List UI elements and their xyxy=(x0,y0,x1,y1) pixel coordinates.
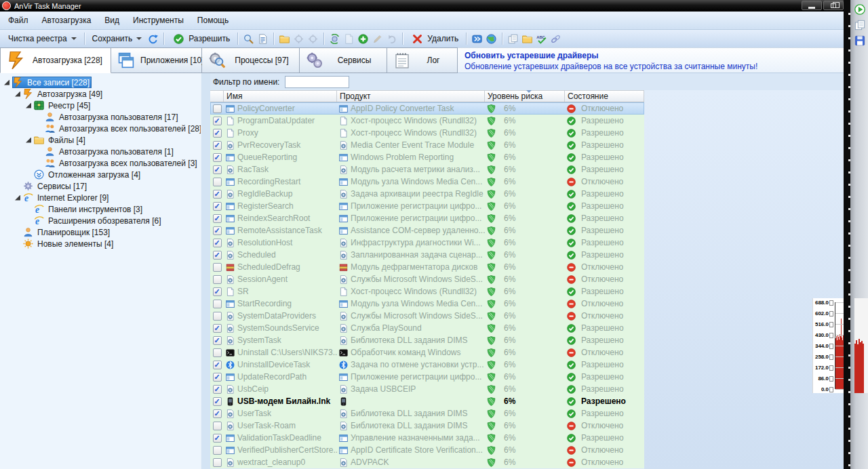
checkbox-checked[interactable]: ✓ xyxy=(213,129,222,138)
header-risk[interactable]: Уровень риска xyxy=(485,91,565,102)
report-icon[interactable] xyxy=(257,33,269,45)
tab-1[interactable]: Приложения [10] xyxy=(111,47,202,73)
tree-item-9[interactable]: Сервисы [17] xyxy=(0,180,201,192)
tree-item-4[interactable]: Автозагрузка всех пользователей [28] xyxy=(0,123,201,134)
checkbox-checked[interactable]: ✓ xyxy=(213,190,222,199)
table-row[interactable]: ✓SRХост-процесс Windows (Rundll32)6%Разр… xyxy=(210,285,644,298)
tree-item-10[interactable]: eInternet Explorer [9] xyxy=(0,192,201,203)
tree-item-6[interactable]: Автозагрузка пользователя [1] xyxy=(0,146,201,157)
table-row[interactable]: VerifiedPublisherCertStore...AppID Certi… xyxy=(210,444,644,456)
checkbox-checked[interactable]: ✓ xyxy=(213,117,222,125)
table-row[interactable]: PolicyConverterAppID Policy Converter Ta… xyxy=(210,102,644,115)
menu-item-0[interactable]: Файл xyxy=(1,13,35,28)
table-row[interactable]: ✓RemoteAssistanceTaskAssistance COM-серв… xyxy=(210,224,644,237)
delete-button[interactable]: Удалить xyxy=(406,32,462,46)
checkbox-checked[interactable]: ✓ xyxy=(213,287,222,296)
tree-item-13[interactable]: Планировщик [153] xyxy=(0,226,201,238)
tree-item-8[interactable]: Отложенная загрузка [4] xyxy=(0,169,201,180)
expander-icon[interactable] xyxy=(26,138,31,143)
table-row[interactable]: ✓ScheduledЗапланированная задача сценар.… xyxy=(210,249,644,261)
table-row[interactable]: ✓RacTaskМодуль расчета метрики анализ...… xyxy=(210,163,644,176)
tree-item-12[interactable]: eРасширения обозревателя [6] xyxy=(0,215,201,226)
header-product[interactable]: Продукт xyxy=(337,91,485,102)
table-row[interactable]: ✓SystemTaskБиблиотека DLL задания DIMS6%… xyxy=(210,334,644,346)
copy-icon[interactable] xyxy=(854,20,865,30)
table-row[interactable]: StartRecordingМодуль узла Windows Media … xyxy=(210,298,644,310)
tree-item-5[interactable]: Файлы [4] xyxy=(0,134,201,146)
checkbox-checked[interactable]: ✓ xyxy=(213,251,222,260)
checkbox-checked[interactable]: ✓ xyxy=(213,373,222,382)
table-row[interactable]: ✓RegisterSearchПриложение регистрации ци… xyxy=(210,200,644,212)
save-button[interactable]: Сохранить xyxy=(88,33,146,45)
table-row[interactable]: ✓PvrRecoveryTaskMedia Center Event Trace… xyxy=(210,139,644,151)
expander-icon[interactable] xyxy=(15,195,20,201)
checkbox-checked[interactable]: ✓ xyxy=(213,409,222,418)
menu-item-2[interactable]: Вид xyxy=(98,13,126,28)
menu-item-4[interactable]: Помощь xyxy=(191,13,235,28)
table-row[interactable]: ✓SystemSoundsServiceСлужба PlaySound6%Ра… xyxy=(210,322,644,334)
checkbox-checked[interactable]: ✓ xyxy=(213,385,222,394)
header-state[interactable]: Состояние xyxy=(565,91,644,102)
forward-icon[interactable] xyxy=(471,33,483,45)
table-row[interactable]: SessionAgentСлужбы Microsoft Windows Sid… xyxy=(210,273,644,285)
tree-item-11[interactable]: eПанели инструментов [3] xyxy=(0,203,201,215)
tab-0[interactable]: Автозагрузка [228] xyxy=(0,47,111,73)
checkbox-unchecked[interactable] xyxy=(213,300,222,308)
table-row[interactable]: ✓ResolutionHostИнфраструктура диагностик… xyxy=(210,237,644,249)
allow-button[interactable]: Разрешить xyxy=(167,32,234,46)
checkbox-unchecked[interactable] xyxy=(213,104,222,113)
checkbox-checked[interactable]: ✓ xyxy=(213,336,222,345)
filter-input[interactable] xyxy=(285,76,349,88)
table-row[interactable]: ✓ProgramDataUpdaterХост-процесс Windows … xyxy=(210,115,644,127)
checkbox-checked[interactable]: ✓ xyxy=(213,226,222,235)
checkbox-checked[interactable]: ✓ xyxy=(213,153,222,162)
checkbox-checked[interactable]: ✓ xyxy=(213,202,222,211)
tab-3[interactable]: Сервисы xyxy=(300,47,387,73)
tab-2[interactable]: Процессы [97] xyxy=(202,47,300,73)
menu-item-3[interactable]: Инструменты xyxy=(126,13,191,28)
expander-icon[interactable] xyxy=(4,80,9,85)
save-icon[interactable] xyxy=(854,35,865,46)
checkbox-unchecked[interactable] xyxy=(213,422,222,430)
checkbox-unchecked[interactable] xyxy=(213,178,222,186)
checkbox-unchecked[interactable] xyxy=(213,348,222,357)
table-row[interactable]: ✓UserTaskБиблиотека DLL задания DIMS6%Ра… xyxy=(210,407,644,420)
open-folder-icon[interactable] xyxy=(279,33,290,45)
minimize-button[interactable] xyxy=(802,1,822,10)
expander-icon[interactable] xyxy=(26,103,31,108)
table-row[interactable]: ✓UpdateRecordPathПриложение регистрации … xyxy=(210,371,644,383)
tree-item-3[interactable]: Автозагрузка пользователя [17] xyxy=(0,111,201,123)
globe-icon[interactable] xyxy=(486,33,497,45)
table-row[interactable]: UserTask-RoamБиблиотека DLL задания DIMS… xyxy=(210,420,644,432)
checkbox-checked[interactable]: ✓ xyxy=(213,214,222,223)
gear-sync-icon[interactable] xyxy=(329,33,340,45)
tree-item-2[interactable]: Реестр [45] xyxy=(0,100,201,111)
checkbox-unchecked[interactable] xyxy=(213,446,222,455)
header-checkbox-column[interactable] xyxy=(210,91,224,102)
maximize-button[interactable] xyxy=(823,1,844,10)
table-row[interactable]: ✓QueueReportingWindows Problem Reporting… xyxy=(210,151,644,163)
copy-pages-icon[interactable] xyxy=(507,33,519,45)
table-row[interactable]: ✓UsbCeipЗадача USBCEIP6%Разрешено xyxy=(210,383,644,395)
panel-splitter[interactable] xyxy=(201,73,210,469)
table-row[interactable]: SystemDataProvidersСлужбы Microsoft Wind… xyxy=(210,310,644,322)
link-icon[interactable] xyxy=(550,33,561,45)
checkbox-checked[interactable]: ✓ xyxy=(213,324,222,333)
registry-cleanup-button[interactable]: Чистка реестра xyxy=(4,33,81,45)
menu-item-1[interactable]: Автозагрузка xyxy=(35,13,98,28)
checkbox-unchecked[interactable] xyxy=(213,275,222,284)
table-row[interactable]: Uninstall C:\Users\NIKS73...Обработчик к… xyxy=(210,346,644,359)
checkbox-checked[interactable]: ✓ xyxy=(213,361,222,369)
tab-4[interactable]: Лог xyxy=(387,47,458,73)
checkbox-unchecked[interactable] xyxy=(213,458,222,467)
table-row[interactable]: ✓ProxyХост-процесс Windows (Rundll32)6%Р… xyxy=(210,127,644,139)
expander-icon[interactable] xyxy=(15,91,20,97)
driver-update-banner[interactable]: Обновить устаревшие драйверы Обновление … xyxy=(458,47,850,73)
table-row[interactable]: ✓ValidationTaskDeadlineУправление назнач… xyxy=(210,432,644,444)
table-row[interactable]: ✓UninstallDeviceTaskЗадача по отмене уст… xyxy=(210,359,644,371)
add-icon[interactable] xyxy=(357,33,369,45)
table-row[interactable]: wextract_cleanup0ADVPACK6%Отключено xyxy=(210,456,644,468)
folder-open-icon[interactable] xyxy=(521,33,533,45)
checkbox-unchecked[interactable] xyxy=(213,263,222,272)
header-name[interactable]: Имя xyxy=(224,91,337,102)
